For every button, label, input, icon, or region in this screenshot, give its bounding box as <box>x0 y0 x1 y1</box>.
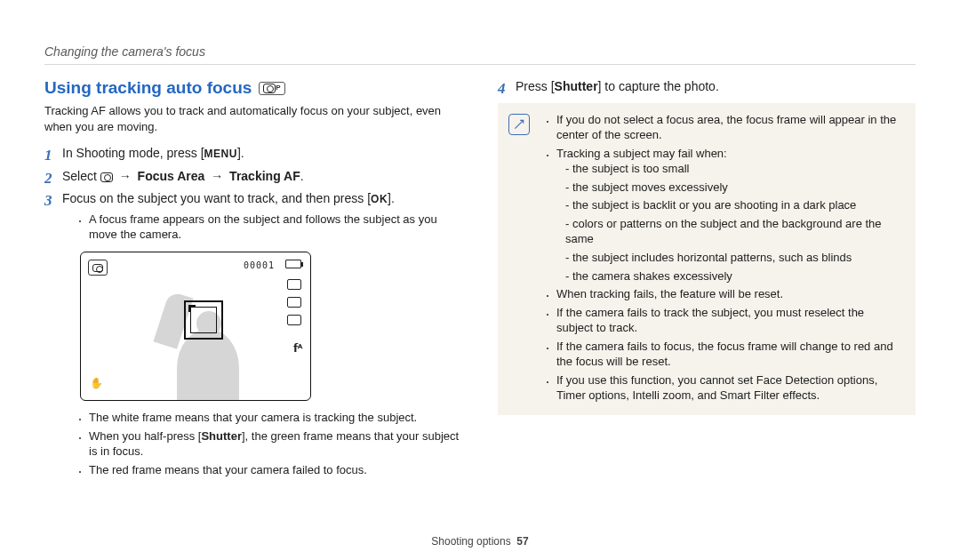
battery-icon <box>285 260 301 268</box>
focus-area-label: Focus Area <box>138 169 205 183</box>
heading-text: Using tracking auto focus <box>44 78 252 98</box>
step-1-text-b: ]. <box>237 146 244 160</box>
note-5: If the camera fails to focus, the focus … <box>556 339 903 370</box>
shot-counter: 00001 <box>244 260 275 272</box>
section-heading: Using tracking auto focus P <box>44 78 462 98</box>
step-4: Press [Shutter] to capture the photo. <box>498 78 916 96</box>
footer-section: Shooting options <box>431 535 510 548</box>
note-1: If you do not select a focus area, the f… <box>556 112 903 143</box>
step-3: Focus on the subject you want to track, … <box>44 190 462 477</box>
step-3-sub: A focus frame appears on the subject and… <box>89 212 462 243</box>
note-2-sub-5: the camera shakes excessively <box>565 268 903 284</box>
resolution-icon <box>287 279 301 290</box>
metering-icon <box>287 315 301 325</box>
mode-letter: P <box>276 84 280 93</box>
step-2: Select → Focus Area → Tracking AF. <box>44 168 462 186</box>
note-2-sub-4: the subject includes horizontal patterns… <box>565 250 903 266</box>
note-2: Tracking a subject may fail when: the su… <box>556 146 903 284</box>
tracking-af-label: Tracking AF <box>229 169 300 183</box>
gf-a: When you half-press [ <box>89 429 201 443</box>
note-2-sub-2: the subject is backlit or you are shooti… <box>565 197 903 213</box>
step-3-text-a: Focus on the subject you want to track, … <box>62 191 371 205</box>
mode-icon <box>88 260 108 276</box>
note-2-sub-3: colors or patterns on the subject and th… <box>565 216 903 247</box>
note-4: If the camera fails to track the subject… <box>556 305 903 336</box>
breadcrumb: Changing the camera's focus <box>44 44 916 65</box>
shake-icon: ✋ <box>90 376 103 391</box>
arrow-icon: → <box>204 169 229 183</box>
left-column: Using tracking auto focus P Tracking AF … <box>44 78 462 486</box>
note-6: If you use this function, you cannot set… <box>556 372 903 404</box>
step-1-text-a: In Shooting mode, press [ <box>62 146 204 160</box>
ok-button-label: OK <box>371 193 388 205</box>
note-icon <box>508 114 530 135</box>
step-3-text-b: ]. <box>388 191 395 205</box>
intro-text: Tracking AF allows you to track and auto… <box>44 103 462 134</box>
camera-icon <box>263 84 276 93</box>
step-4-b: ] to capture the photo. <box>598 79 719 93</box>
lcd-illustration: 00001 𝗳ᴬ ✋ <box>80 252 311 401</box>
page-number: 57 <box>516 535 528 548</box>
menu-button-label: MENU <box>204 148 237 160</box>
note-3: When tracking fails, the feature will be… <box>556 286 903 302</box>
camera-icon <box>92 264 103 272</box>
camera-icon <box>100 172 113 182</box>
step-list: In Shooting mode, press [MENU]. Select →… <box>44 145 462 477</box>
note-green-frame: When you half-press [Shutter], the green… <box>89 428 462 460</box>
shutter-label: Shutter <box>555 79 598 93</box>
step-2-end: . <box>300 169 304 183</box>
note-box: If you do not select a focus area, the f… <box>498 103 916 415</box>
camera-mode-icon: P <box>259 82 284 95</box>
right-icon-stack <box>287 279 301 325</box>
focus-frame <box>184 300 223 340</box>
note-red-frame: The red frame means that your camera fai… <box>89 462 462 478</box>
note-2-sub-1: the subject moves excessively <box>565 180 903 196</box>
step-1: In Shooting mode, press [MENU]. <box>44 145 462 163</box>
step-2-text-a: Select <box>62 169 100 183</box>
frame-color-notes: The white frame means that your camera i… <box>62 410 462 477</box>
flash-icon: 𝗳ᴬ <box>293 341 302 356</box>
page-footer: Shooting options 57 <box>0 535 960 548</box>
step-list-right: Press [Shutter] to capture the photo. <box>498 78 916 96</box>
quality-icon <box>287 297 301 308</box>
note-2-sub-0: the subject is too small <box>565 161 903 177</box>
note-2-lead: Tracking a subject may fail when: <box>556 147 727 160</box>
step-4-a: Press [ <box>516 79 555 93</box>
arrow-icon: → <box>113 169 138 183</box>
shutter-label: Shutter <box>201 429 242 443</box>
right-column: Press [Shutter] to capture the photo. If… <box>498 78 916 486</box>
note-white-frame: The white frame means that your camera i… <box>89 410 462 426</box>
